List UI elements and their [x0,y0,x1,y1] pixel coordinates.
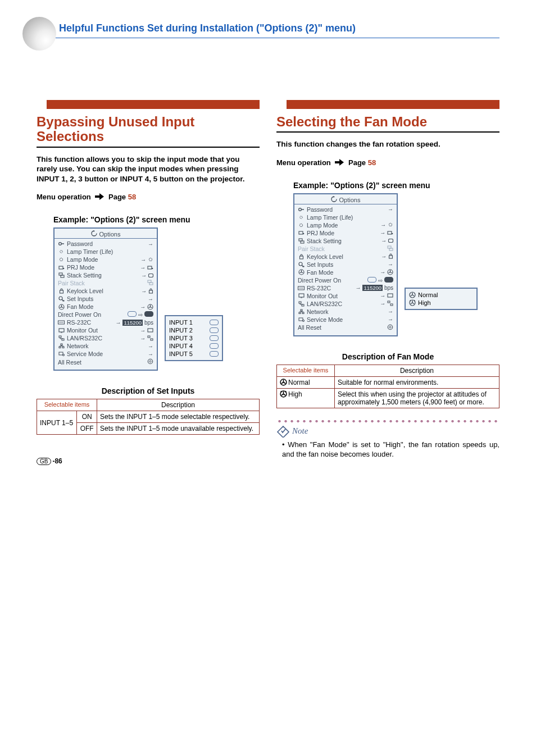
osd-item-label: Network [67,343,89,349]
svg-marker-1 [99,193,104,200]
osd-item[interactable]: Password→ [298,206,393,213]
osd-item[interactable]: Stack Setting→ [58,271,153,279]
osd-item-label: Password [67,240,93,247]
osd-item-label: Service Mode [307,316,343,323]
osd-menu-left: Options Password→ Lamp Timer (Life) Lamp… [53,227,158,371]
osd-item[interactable]: Monitor Out→ [58,326,153,334]
two-column-layout: Bypassing Unused Input Selections This f… [37,100,499,459]
svg-rect-52 [388,231,392,234]
note-label-text: Note [292,426,308,436]
osd-item[interactable]: Set Inputs→ [298,261,393,268]
svg-rect-71 [301,298,302,298]
lamp-mode-icon [298,222,305,228]
osd-item[interactable]: Network→ [298,308,393,316]
reset-icon [147,358,153,366]
popup-item[interactable]: Normal [409,291,473,299]
osd-item-disabled: Pair Stack [58,279,153,287]
osd-item[interactable]: Direct Power On ⇨ [298,276,393,284]
osd-item-label: Lamp Mode [307,222,338,229]
popup-label: Normal [418,292,438,298]
popup-item[interactable]: INPUT 2 [169,326,219,334]
popup-item[interactable]: INPUT 3 [169,334,219,342]
osd-item-label: All Reset [298,324,321,331]
osd-title-text: Options [99,231,121,238]
osd-item[interactable]: Service Mode→ [298,316,393,324]
svg-point-24 [59,322,60,323]
svg-point-67 [300,288,301,288]
osd-item[interactable]: LAN/RS232C→ [298,300,393,308]
osd-item[interactable]: Password→ [58,240,153,248]
osd-item-label: Lamp Mode [67,256,98,263]
osd-item[interactable]: All Reset [58,358,153,366]
svg-rect-50 [299,231,303,234]
osd-item[interactable]: All Reset [298,324,393,332]
popup-item[interactable]: INPUT 4 [169,342,219,350]
svg-rect-12 [59,273,62,275]
title-underline [37,147,260,148]
osd-item[interactable]: Keylock Level→ [298,253,393,261]
table-caption-right: Description of Fan Mode [276,352,499,361]
inputs-icon [58,296,65,302]
svg-rect-65 [298,286,305,290]
stack-icon [387,245,393,252]
page-link[interactable]: 58 [368,158,376,167]
osd-item[interactable]: Lamp Timer (Life) [298,213,393,221]
osd-item-label: Password [307,206,333,213]
osd-item[interactable]: Lamp Mode→ [298,221,393,229]
osd-item-label: Monitor Out [307,293,338,299]
popup-item[interactable]: High [409,299,473,307]
svg-rect-54 [299,239,302,241]
osd-title: Options [294,194,397,204]
svg-point-83 [389,326,391,328]
popup-item[interactable]: INPUT 5 [169,350,219,358]
table-header: Description [334,365,499,376]
osd-item-label: Monitor Out [67,327,98,334]
menu-operation-line: Menu operation Page 58 [37,193,260,202]
arrow-right-icon: → [141,272,153,279]
osd-item-label: PRJ Mode [307,230,334,236]
osd-item[interactable]: Fan Mode→ [298,268,393,276]
osd-item[interactable]: Set Inputs→ [58,295,153,303]
osd-item[interactable]: Fan Mode→ [58,303,153,311]
page-link[interactable]: 58 [128,193,136,201]
osd-item[interactable]: PRJ Mode→ [58,263,153,271]
svg-rect-29 [61,332,62,333]
network-icon [58,343,65,349]
corner-sphere-decoration [22,17,56,51]
osd-item-label: RS-232C [67,319,91,326]
monitor-icon [298,293,305,299]
svg-rect-4 [61,244,64,244]
osd-item[interactable]: Lamp Timer (Life) [58,248,153,256]
prj-icon [298,230,305,236]
popup-item[interactable]: INPUT 1 [169,318,219,326]
osd-item[interactable]: RS-232C→ 115200 bps [298,284,393,292]
osd-item-label: Fan Mode [67,303,93,310]
osd-item[interactable]: RS-232C→ 115200 bps [58,318,153,326]
lock-icon [298,253,305,259]
osd-item[interactable]: Direct Power On ⇨ [58,311,153,318]
osd-item[interactable]: PRJ Mode→ [298,229,393,237]
arrow-right-icon: → [381,253,393,259]
svg-point-26 [61,322,62,323]
lan-icon [58,335,65,341]
osd-value: → 115200 bps [356,285,393,291]
osd-item[interactable]: Stack Setting→ [298,237,393,245]
lan-icon [298,300,305,307]
svg-point-7 [149,258,152,261]
arrow-right-icon: → [381,238,393,244]
osd-item[interactable]: Lamp Mode→ [58,256,153,263]
osd-item[interactable]: Network→ [58,342,153,350]
osd-item[interactable]: Keylock Level→ [58,287,153,295]
note-dots-decoration [276,418,499,424]
osd-item[interactable]: Service Mode→ [58,350,153,358]
osd-item[interactable]: LAN/RS232C→ [58,334,153,342]
fan-high-icon [409,299,416,306]
arrow-right-icon: → [140,265,153,271]
svg-rect-70 [299,294,304,297]
set-inputs-popup: INPUT 1 INPUT 2 INPUT 3 INPUT 4 INPUT 5 [165,315,223,361]
arrow-right-icon: → [388,308,393,315]
svg-rect-16 [149,283,153,285]
svg-rect-18 [149,290,153,293]
note-icon [276,425,290,438]
osd-item[interactable]: Monitor Out→ [298,292,393,300]
